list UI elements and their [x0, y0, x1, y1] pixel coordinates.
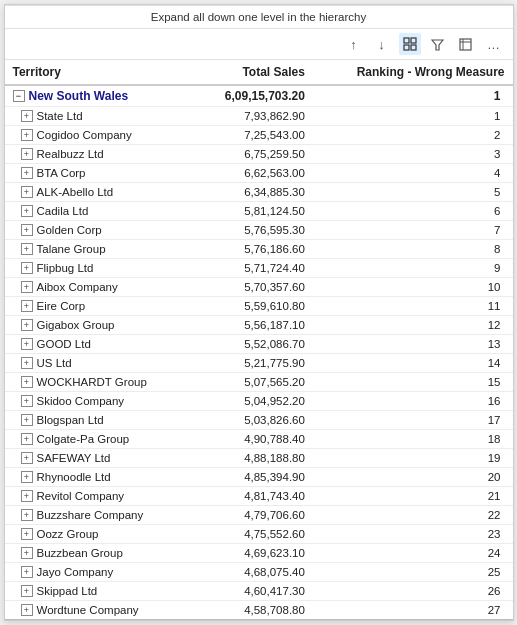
sales-cell: 5,71,724.40 — [188, 259, 313, 278]
ranking-cell: 23 — [313, 525, 513, 544]
svg-rect-3 — [411, 45, 416, 50]
row-expand-icon[interactable]: + — [21, 376, 33, 388]
territory-cell: + Gigabox Group — [5, 316, 188, 335]
sales-cell: 4,58,708.80 — [188, 601, 313, 621]
row-expand-icon[interactable]: + — [21, 224, 33, 236]
row-expand-icon[interactable]: + — [21, 319, 33, 331]
sales-cell: 4,68,075.40 — [188, 563, 313, 582]
territory-cell: + State Ltd — [5, 107, 188, 126]
visual-icon — [459, 38, 472, 51]
data-table-wrapper[interactable]: Territory Total Sales Ranking - Wrong Me… — [5, 60, 513, 620]
main-container: Expand all down one level in the hierarc… — [4, 4, 514, 621]
territory-label: Golden Corp — [37, 224, 102, 236]
sort-up-button[interactable]: ↑ — [343, 33, 365, 55]
row-expand-icon[interactable]: + — [21, 547, 33, 559]
nsw-expand-icon[interactable]: − — [13, 90, 25, 102]
territory-cell: + Aibox Company — [5, 278, 188, 297]
sales-cell: 5,04,952.20 — [188, 392, 313, 411]
ranking-cell: 16 — [313, 392, 513, 411]
row-expand-icon[interactable]: + — [21, 604, 33, 616]
table-row: + US Ltd 5,21,775.9014 — [5, 354, 513, 373]
row-expand-icon[interactable]: + — [21, 110, 33, 122]
row-expand-icon[interactable]: + — [21, 509, 33, 521]
col-header-territory[interactable]: Territory — [5, 60, 188, 85]
row-expand-icon[interactable]: + — [21, 338, 33, 350]
territory-label: Gigabox Group — [37, 319, 115, 331]
sales-cell: 4,69,623.10 — [188, 544, 313, 563]
territory-cell: + BTA Corp — [5, 164, 188, 183]
territory-label: ALK-Abello Ltd — [37, 186, 114, 198]
table-row: + WOCKHARDT Group 5,07,565.2015 — [5, 373, 513, 392]
territory-label: Eire Corp — [37, 300, 86, 312]
svg-rect-1 — [411, 38, 416, 43]
territory-cell: + Skidoo Company — [5, 392, 188, 411]
sales-cell: 6,62,563.00 — [188, 164, 313, 183]
nsw-territory-label: New South Wales — [29, 89, 129, 103]
row-expand-icon[interactable]: + — [21, 414, 33, 426]
more-button[interactable]: … — [483, 33, 505, 55]
row-expand-icon[interactable]: + — [21, 471, 33, 483]
territory-cell: + Wordtune Company — [5, 601, 188, 621]
territory-cell: + WOCKHARDT Group — [5, 373, 188, 392]
filter-button[interactable] — [427, 33, 449, 55]
territory-cell: + US Ltd — [5, 354, 188, 373]
territory-cell: + Eire Corp — [5, 297, 188, 316]
sales-cell: 5,76,186.60 — [188, 240, 313, 259]
row-expand-icon[interactable]: + — [21, 452, 33, 464]
sort-down-button[interactable]: ↓ — [371, 33, 393, 55]
expand-icon — [403, 37, 417, 51]
row-expand-icon[interactable]: + — [21, 585, 33, 597]
sales-cell: 5,81,124.50 — [188, 202, 313, 221]
nsw-ranking: 1 — [313, 85, 513, 107]
row-expand-icon[interactable]: + — [21, 205, 33, 217]
ranking-cell: 22 — [313, 506, 513, 525]
nsw-territory: − New South Wales — [5, 85, 188, 107]
row-expand-icon[interactable]: + — [21, 186, 33, 198]
territory-label: Flipbug Ltd — [37, 262, 94, 274]
visual-button[interactable] — [455, 33, 477, 55]
territory-label: Blogspan Ltd — [37, 414, 104, 426]
toolbar: ↑ ↓ … — [5, 29, 513, 60]
table-row: + Oozz Group 4,75,552.6023 — [5, 525, 513, 544]
territory-label: Colgate-Pa Group — [37, 433, 130, 445]
row-expand-icon[interactable]: + — [21, 129, 33, 141]
territory-label: Skippad Ltd — [37, 585, 98, 597]
table-row: + Buzzbean Group 4,69,623.1024 — [5, 544, 513, 563]
sales-cell: 6,34,885.30 — [188, 183, 313, 202]
sales-cell: 5,59,610.80 — [188, 297, 313, 316]
col-header-sales[interactable]: Total Sales — [188, 60, 313, 85]
ranking-cell: 12 — [313, 316, 513, 335]
table-row: + Revitol Company 4,81,743.4021 — [5, 487, 513, 506]
territory-label: Buzzshare Company — [37, 509, 144, 521]
territory-cell: + Realbuzz Ltd — [5, 145, 188, 164]
row-expand-icon[interactable]: + — [21, 490, 33, 502]
col-header-ranking[interactable]: Ranking - Wrong Measure — [313, 60, 513, 85]
row-expand-icon[interactable]: + — [21, 148, 33, 160]
sales-cell: 5,70,357.60 — [188, 278, 313, 297]
table-row: + ALK-Abello Ltd 6,34,885.305 — [5, 183, 513, 202]
row-expand-icon[interactable]: + — [21, 262, 33, 274]
territory-label: BTA Corp — [37, 167, 86, 179]
row-expand-icon[interactable]: + — [21, 395, 33, 407]
row-expand-icon[interactable]: + — [21, 300, 33, 312]
expand-button[interactable] — [399, 33, 421, 55]
territory-label: Talane Group — [37, 243, 106, 255]
row-expand-icon[interactable]: + — [21, 528, 33, 540]
row-expand-icon[interactable]: + — [21, 357, 33, 369]
row-expand-icon[interactable]: + — [21, 281, 33, 293]
ranking-cell: 25 — [313, 563, 513, 582]
territory-cell: + GOOD Ltd — [5, 335, 188, 354]
row-expand-icon[interactable]: + — [21, 243, 33, 255]
territory-label: Realbuzz Ltd — [37, 148, 104, 160]
sales-cell: 4,88,188.80 — [188, 449, 313, 468]
table-row: + Aibox Company 5,70,357.6010 — [5, 278, 513, 297]
nsw-sales: 6,09,15,703.20 — [188, 85, 313, 107]
ranking-cell: 15 — [313, 373, 513, 392]
row-expand-icon[interactable]: + — [21, 566, 33, 578]
sales-cell: 5,07,565.20 — [188, 373, 313, 392]
svg-rect-2 — [404, 45, 409, 50]
sales-cell: 4,90,788.40 — [188, 430, 313, 449]
row-expand-icon[interactable]: + — [21, 167, 33, 179]
row-expand-icon[interactable]: + — [21, 433, 33, 445]
territory-label: Jayo Company — [37, 566, 114, 578]
